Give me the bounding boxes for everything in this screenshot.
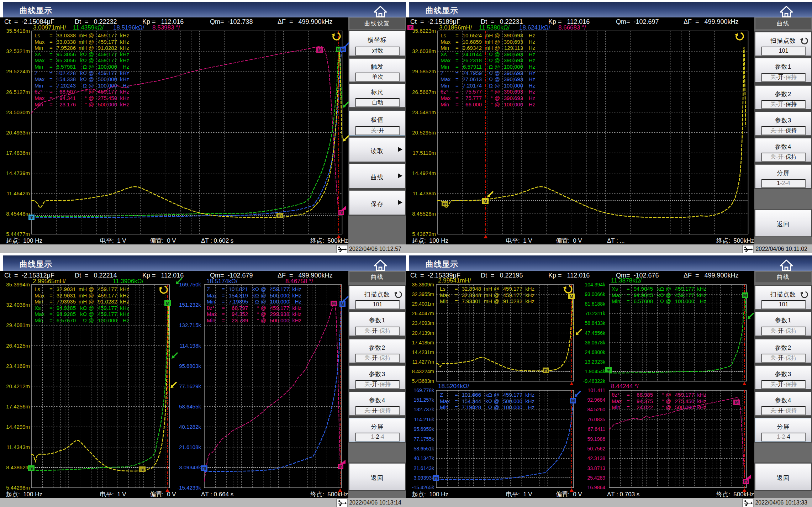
svg-text:M: M: [743, 293, 747, 298]
svg-text:m: m: [140, 467, 144, 472]
svg-text:m: m: [202, 465, 206, 471]
svg-text:m: m: [29, 466, 33, 471]
svg-text:M: M: [332, 301, 336, 306]
svg-text:m: m: [443, 201, 447, 206]
svg-text:M: M: [484, 199, 487, 204]
svg-text:m: m: [30, 215, 34, 220]
svg-text:m: m: [278, 213, 282, 218]
svg-text:m: m: [408, 25, 413, 30]
svg-text:m: m: [434, 475, 438, 481]
svg-text:M: M: [318, 47, 322, 53]
svg-text:M: M: [570, 294, 574, 299]
svg-text:m: m: [339, 210, 343, 215]
svg-text:m: m: [338, 464, 343, 469]
svg-text:M: M: [571, 398, 575, 403]
svg-text:m: m: [544, 368, 548, 373]
svg-text:m: m: [606, 367, 611, 373]
svg-text:m: m: [744, 479, 748, 484]
svg-text:M: M: [735, 400, 739, 405]
svg-text:M: M: [166, 301, 170, 306]
